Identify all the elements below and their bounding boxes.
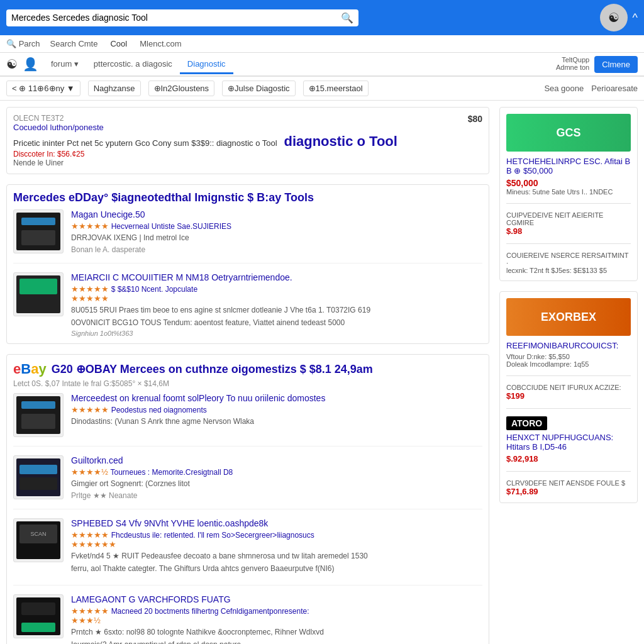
filter-diagosic[interactable]: ⊕Julse Diagostic: [222, 80, 295, 96]
nav-item-cool[interactable]: Cool: [108, 38, 130, 50]
tab-pttercostic[interactable]: pttercostic. a diagosic: [86, 55, 180, 74]
sidebar-divider-2b: [506, 408, 631, 409]
top-result-desc: Pricetic ininter Pct net 5c yputern Gco …: [13, 133, 397, 150]
tab-right-actions: TeltQupp Admne ton Clmene: [556, 56, 638, 73]
product-image-2: [13, 272, 64, 316]
ebay-info-4: LAMEGAONT G VARCHFORDS FUATG ★★★★★ Macne…: [71, 594, 482, 644]
filter-naghzanse[interactable]: Naghzanse: [88, 80, 141, 96]
filter-meerstaol[interactable]: ⊕15.meerstaol: [303, 80, 369, 96]
results-left: OLECN TE3T2 Cocuedol luthon/poneste Pric…: [6, 107, 489, 644]
ebay-subtitle: Letct 0S. $,07 Intate le fral G:$5085° ×…: [13, 379, 482, 388]
sidebar-title-2[interactable]: REEFIMONIBARURCOUICST:: [506, 341, 631, 350]
star-count-1[interactable]: Hecverneal Untiste Sae.SUJIERIES: [111, 222, 231, 231]
product-sublabel-2: Signhiun 1o0t%t363: [71, 330, 482, 337]
ebay-image-1: [13, 393, 64, 437]
top-result-label: OLECN TE3T2: [13, 114, 397, 123]
top-result-section: OLECN TE3T2 Cocuedol luthon/poneste Pric…: [6, 107, 489, 174]
nav-item-parch[interactable]: 🔍 Parch: [6, 39, 40, 48]
search-icon[interactable]: 🔍: [341, 12, 353, 24]
filter-gloustens[interactable]: ⊕In2Gloustens: [148, 80, 215, 96]
ebay-desc2-3: ferru, aol Thakte categter. The Ghifturs…: [71, 564, 482, 574]
nav-item-search-cmte[interactable]: Search Cmte: [50, 39, 98, 48]
filter-right-options: Sea goone Perioaresate: [544, 84, 638, 93]
search-container: 🔍: [6, 9, 358, 26]
sidebar-subtitle-2: Vftour D:nke: $5,$50: [506, 353, 631, 360]
sidebar-lower-label-2: COUIEREIVE NSERCE RERSAITMINT ·: [506, 252, 631, 267]
sidebar-price-1: $50,000: [506, 178, 631, 188]
ebay-desc1-3: Fvket/nd4 5 ★ RUIT Pedeausfee decoato a …: [71, 551, 482, 562]
product-title-2[interactable]: MEIARCII C MCOUIITIER M NM18 Oetryarntri…: [71, 272, 482, 282]
sidebar-lowest-label: CLRV9DEFE NEIT AENSDE FOULE $: [506, 479, 631, 487]
top-result-info: OLECN TE3T2 Cocuedol luthon/poneste Pric…: [13, 114, 397, 167]
product-stars-2: ★★★★★ $ $&$10 Ncent. Jopculate: [71, 284, 482, 294]
ebay-image-2: [13, 455, 64, 499]
ebay-title-3[interactable]: SPHEBED S4 Vfv 9NVht YVHE loentic.oashpd…: [71, 518, 482, 528]
sidebar-title-1[interactable]: HETCHEHELINRPC ESC. Afitai B B ⊕ $50,000: [506, 157, 631, 175]
product-desc1-2: 8U0515 5RUI Praes tim beoe to ens agine …: [71, 305, 482, 316]
ebay-star-count-4[interactable]: Macneed 20 boctments filhertng Cefnldiga…: [111, 607, 309, 616]
ebay-img-inner-4: [16, 597, 60, 635]
ebay-img-inner-1: [16, 396, 60, 434]
sidebar-note-2: Doleak Imcodlampre: 1q55: [506, 360, 631, 368]
ebay-header: eBay G20 ⊕OBAY Mercees on cuthnze oigome…: [13, 361, 482, 388]
sidebar-divider-1: [506, 203, 631, 204]
tab-diagnostic[interactable]: Diagnostic: [180, 55, 233, 74]
ebay-star-count-3[interactable]: Fhcdeustus ile: retlented. I'll rem So>S…: [111, 531, 314, 540]
sidebar-lower-price-1: $.98: [506, 226, 631, 236]
ebay-title-2[interactable]: Guiltorkn.ced: [71, 455, 482, 465]
filter-perioaresate[interactable]: Perioaresate: [591, 84, 638, 93]
star-count-2a[interactable]: $ $&$10 Ncent. Jopculate: [111, 285, 197, 294]
product-meta-1: Bonan le A. dasperate: [71, 245, 482, 254]
ebay-star-4b: ★★★½: [71, 616, 101, 625]
product-stars-2b: ★★★★★: [71, 294, 482, 303]
listing-1-title[interactable]: Mercedes eDDay° $iagneotedthal Imignstic…: [13, 191, 482, 204]
ebay-image-4: [13, 594, 64, 638]
ebay-desc2-4: Iourmois(3 Amr aryumptirual of rdsp ol d…: [71, 640, 482, 644]
tab-cta-button[interactable]: Clmene: [594, 56, 638, 73]
top-result-big-title[interactable]: diagnostic o Tool: [284, 133, 397, 149]
ebay-title-4[interactable]: LAMEGAONT G VARCHFORDS FUATG: [71, 594, 482, 604]
star-rating-2b: ★★★★★: [71, 294, 109, 303]
ebay-product-3: SCAN SPHEBED S4 Vfv 9NVht YVHE loentic.o…: [13, 518, 482, 586]
top-result-discounted: Disccoter In: $56.¢25: [13, 150, 397, 158]
filter-bar: < ⊕ 11⊕6⊕ny ▼ Naghzanse ⊕In2Gloustens ⊕J…: [0, 77, 644, 101]
ebay-product-4: LAMEGAONT G VARCHFORDS FUATG ★★★★★ Macne…: [13, 594, 482, 644]
sidebar-lower-label-2a: COBCCIUDE NEIT IFURUX ACZIZE:: [506, 384, 631, 391]
product-info-2: MEIARCII C MCOUIITIER M NM18 Oetryarntri…: [71, 272, 482, 338]
sidebar-lower-note-1: lecxnk: T2nt ft $J5es: $E$133 $5: [506, 267, 631, 274]
atoro-logo: ATORO: [506, 416, 547, 430]
sidebar-divider-2: [506, 375, 631, 376]
ebay-stars-3b: ★★★★★★: [71, 540, 482, 549]
ebay-main-title[interactable]: G20 ⊕OBAY Mercees on cuthnze oigomestizs…: [52, 362, 373, 376]
sidebar-card-2: EXORBEX REEFIMONIBARURCOUICST: Vftour D:…: [499, 291, 638, 503]
nav-item-mlenct[interactable]: Mlenct.com: [140, 39, 181, 48]
product-title-1[interactable]: Magan Unecige.50: [71, 209, 482, 219]
sidebar-card-1: GCS HETCHEHELINRPC ESC. Afitai B B ⊕ $50…: [499, 107, 638, 281]
filter-category[interactable]: < ⊕ 11⊕6⊕ny ▼: [6, 80, 80, 96]
ebay-star-count-1[interactable]: Peodestus ned oiagnoments: [111, 406, 207, 414]
product-img-inner-2: [16, 275, 60, 313]
ebay-desc1-4: Prntch ★ 6sxto: nol98 80 tolognte Nathik…: [71, 627, 482, 638]
filter-sea-goone[interactable]: Sea goone: [544, 84, 584, 93]
sidebar-lower-price-3: $.92,918: [506, 454, 631, 464]
tab-logo-mercedes: ☯: [6, 57, 18, 72]
sidebar-lower-title-3[interactable]: HENXCT NUPFHUGCUANS: Htitars B I,D5-46: [506, 433, 631, 452]
ebay-product-2: Guiltorkn.ced ★★★★½ Tourneues : Memorite…: [13, 455, 482, 509]
ebay-stars-2: ★★★★½ Tourneues : Memorite.Cresigtnall D…: [71, 467, 482, 477]
tab-logo-user: 👤: [23, 57, 38, 72]
ebay-logo: eBay: [13, 361, 47, 377]
search-input[interactable]: [11, 13, 341, 23]
ebay-info-2: Guiltorkn.ced ★★★★½ Tourneues : Memorite…: [71, 455, 482, 500]
top-result-link[interactable]: Cocuedol luthon/poneste: [13, 123, 104, 132]
ebay-star-3b: ★★★★★★: [71, 540, 116, 549]
product-item-1: Magan Unecige.50 ★★★★★ Hecverneal Untist…: [13, 209, 482, 264]
top-result-price: $80: [468, 114, 482, 124]
ebay-star-count-2[interactable]: Tourneues : Memorite.Cresigtnall D8: [110, 468, 233, 477]
tab-forum[interactable]: forum ▾: [43, 55, 86, 74]
sidebar-divider-1b: [506, 243, 631, 244]
sidebar-logo-2: EXORBEX: [541, 311, 596, 324]
ebay-product-1: Merceedest on krenual foomt solPleory To…: [13, 393, 482, 447]
ebay-title-1[interactable]: Merceedest on krenual foomt solPleory To…: [71, 393, 482, 403]
top-result-nende: Nende le Uiner: [13, 158, 397, 167]
ebay-title-row: eBay G20 ⊕OBAY Mercees on cuthnze oigome…: [13, 361, 482, 377]
